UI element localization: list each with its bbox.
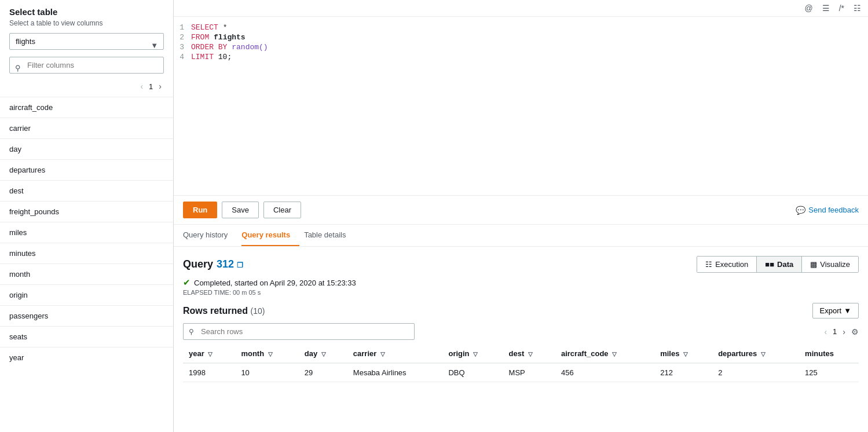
sort-icon[interactable]: ▽ (208, 351, 213, 357)
code-line-1: 1 SELECT * (174, 23, 868, 32)
col-year: year ▽ (183, 345, 235, 363)
rows-count: (10) (250, 306, 265, 316)
table-next-button[interactable]: › (840, 326, 848, 338)
send-feedback-link[interactable]: 💬 Send feedback (796, 206, 859, 215)
col-aircraft-code: aircraft_code ▽ (555, 345, 654, 363)
cell-carrier: Mesaba Airlines (347, 363, 443, 382)
column-item: carrier (0, 118, 173, 138)
col-departures: departures ▽ (712, 345, 799, 363)
code-line-3: 3 ORDER BY random() (174, 42, 868, 52)
table-select[interactable]: flights airports carriers planes (9, 33, 164, 50)
search-icon: ⚲ (189, 328, 194, 336)
cell-miles: 212 (654, 363, 712, 382)
sort-icon[interactable]: ▽ (473, 351, 478, 357)
table-row: 1998 10 29 Mesaba Airlines DBQ MSP 456 2… (183, 363, 859, 382)
settings-icon[interactable]: ⚙ (851, 327, 859, 336)
column-item: year (0, 347, 173, 368)
sort-icon[interactable]: ▽ (380, 351, 385, 357)
export-button[interactable]: Export ▼ (812, 303, 859, 318)
filter-wrapper: ⚲ (0, 57, 173, 78)
column-item: day (0, 138, 173, 159)
sidebar-title: Select table (0, 7, 173, 19)
tab-query-history[interactable]: Query history (183, 225, 237, 246)
col-carrier: carrier ▽ (347, 345, 443, 363)
results-table: year ▽ month ▽ day ▽ carrier ▽ origin ▽ … (183, 345, 859, 382)
sort-icon[interactable]: ▽ (761, 351, 766, 357)
column-item: minutes (0, 243, 173, 263)
cell-departures: 2 (712, 363, 799, 382)
code-editor[interactable]: 1 SELECT * 2 FROM flights 3 ORDER BY ran… (174, 17, 868, 196)
external-link-icon: ❐ (237, 261, 243, 269)
query-header: Query 312 ❐ ☷ Execution ■■ Data ▩ Visual… (183, 256, 859, 273)
col-minutes: minutes (799, 345, 859, 363)
sidebar: Select table Select a table to view colu… (0, 0, 174, 432)
chevron-down-icon: ▼ (844, 306, 851, 315)
col-dest: dest ▽ (503, 345, 555, 363)
at-icon[interactable]: @ (802, 2, 815, 14)
column-item: dest (0, 180, 173, 201)
column-item: seats (0, 326, 173, 347)
search-rows-wrapper: ⚲ (183, 323, 415, 340)
sidebar-subtitle: Select a table to view columns (0, 19, 173, 33)
search-icon: ⚲ (15, 63, 21, 72)
rows-title: Rows returned (10) (183, 306, 265, 316)
table-prev-button[interactable]: ‹ (822, 326, 829, 338)
sort-icon[interactable]: ▽ (528, 351, 533, 357)
cell-day: 29 (299, 363, 347, 382)
grid-icon[interactable]: ☷ (851, 2, 863, 14)
next-page-button[interactable]: › (156, 80, 164, 92)
chart-icon: ▩ (810, 260, 817, 269)
line-number: 4 (174, 53, 191, 61)
search-rows-input[interactable] (183, 323, 415, 340)
query-label: Query (183, 258, 213, 270)
cell-year: 1998 (183, 363, 235, 382)
col-origin: origin ▽ (442, 345, 503, 363)
execution-view-button[interactable]: ☷ Execution (697, 257, 757, 272)
query-number[interactable]: 312 ❐ (217, 258, 243, 270)
col-day: day ▽ (299, 345, 347, 363)
column-item: passengers (0, 305, 173, 326)
column-list: aircraft_code carrier day departures des… (0, 97, 173, 368)
column-item: aircraft_code (0, 97, 173, 118)
success-icon: ✔ (183, 277, 191, 288)
status-row: ✔ Completed, started on April 29, 2020 a… (183, 277, 859, 288)
data-view-button[interactable]: ■■ Data (757, 257, 802, 272)
sort-icon[interactable]: ▽ (612, 351, 617, 357)
code-line-4: 4 LIMIT 10; (174, 52, 868, 62)
tabs-bar: Query history Query results Table detail… (174, 225, 868, 247)
line-number: 2 (174, 33, 191, 42)
query-title: Query 312 ❐ (183, 258, 243, 270)
table-header-row: year ▽ month ▽ day ▽ carrier ▽ origin ▽ … (183, 345, 859, 363)
table-select-wrapper: flights airports carriers planes ▼ (0, 33, 173, 57)
table-pagination: ‹ 1 › ⚙ (822, 326, 859, 338)
page-number: 1 (149, 82, 153, 91)
rows-header: Rows returned (10) Export ▼ (183, 303, 859, 318)
tab-query-results[interactable]: Query results (241, 225, 299, 246)
cell-origin: DBQ (442, 363, 503, 382)
run-button[interactable]: Run (183, 202, 217, 218)
cell-dest: MSP (503, 363, 555, 382)
clear-button[interactable]: Clear (263, 202, 301, 218)
list-icon[interactable]: ☰ (820, 2, 832, 14)
save-button[interactable]: Save (222, 202, 259, 218)
sort-icon[interactable]: ▽ (321, 351, 326, 357)
comment-icon[interactable]: /* (837, 2, 847, 14)
sort-icon[interactable]: ▽ (268, 351, 273, 357)
prev-page-button[interactable]: ‹ (138, 80, 145, 92)
visualize-view-button[interactable]: ▩ Visualize (802, 257, 858, 272)
main-panel: @ ☰ /* ☷ 1 SELECT * 2 FROM flights 3 ORD… (174, 0, 868, 432)
cell-aircraft-code: 456 (555, 363, 654, 382)
line-number: 1 (174, 23, 191, 32)
filter-columns-input[interactable] (9, 57, 164, 74)
grid-icon: ■■ (765, 260, 774, 269)
code-line-2: 2 FROM flights (174, 32, 868, 42)
cell-month: 10 (235, 363, 298, 382)
status-text: Completed, started on April 29, 2020 at … (194, 279, 356, 287)
sort-icon[interactable]: ▽ (683, 351, 688, 357)
column-item: origin (0, 284, 173, 305)
cell-minutes: 125 (799, 363, 859, 382)
table-icon: ☷ (705, 260, 712, 269)
line-number: 3 (174, 43, 191, 52)
tab-table-details[interactable]: Table details (304, 225, 355, 246)
top-toolbar: @ ☰ /* ☷ (174, 0, 868, 17)
